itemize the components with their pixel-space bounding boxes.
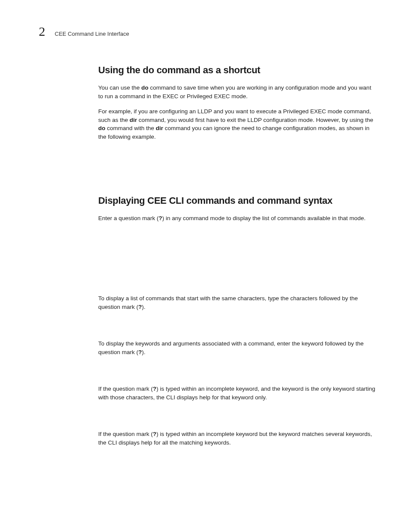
spacer [98, 230, 377, 294]
bold-text: do [98, 125, 106, 131]
spacer [98, 148, 377, 195]
bold-text: do [141, 84, 149, 91]
text: Enter a question mark ( [98, 215, 159, 221]
text: You can use the [98, 84, 141, 91]
bold-text: dir [156, 125, 163, 131]
bold-text: dir [130, 117, 137, 123]
text: command, you would first have to exit th… [137, 117, 373, 123]
chapter-title: CEE Command Line Interface [55, 31, 129, 37]
bold-text: ? [159, 215, 162, 221]
running-header: 2 CEE Command Line Interface [39, 25, 377, 38]
text: To display a list of commands that start… [98, 295, 358, 310]
text: ). [142, 349, 145, 355]
chapter-number: 2 [39, 25, 45, 38]
paragraph: To display a list of commands that start… [98, 294, 377, 311]
text: If the question mark ( [98, 431, 153, 437]
paragraph: For example, if you are configuring an L… [98, 107, 377, 141]
paragraph: To display the keywords and arguments as… [98, 339, 377, 356]
text: If the question mark ( [98, 386, 153, 392]
spacer [98, 408, 377, 430]
spacer [98, 318, 377, 339]
section-heading-displaying-commands: Displaying CEE CLI commands and command … [98, 195, 377, 206]
text: ). [142, 304, 145, 310]
spacer [98, 363, 377, 385]
paragraph: Enter a question mark (?) in any command… [98, 214, 377, 223]
paragraph: If the question mark (?) is typed within… [98, 430, 377, 447]
text: ) in any command mode to display the lis… [162, 215, 366, 221]
bold-text: ? [153, 386, 156, 392]
text: command with the [106, 125, 156, 131]
paragraph: If the question mark (?) is typed within… [98, 385, 377, 401]
paragraph: You can use the do command to save time … [98, 84, 377, 100]
page: 2 CEE Command Line Interface Using the d… [0, 0, 411, 532]
section-heading-do-shortcut: Using the do command as a shortcut [98, 65, 377, 76]
content-block: Using the do command as a shortcut You c… [98, 65, 377, 447]
bold-text: ? [153, 431, 156, 437]
